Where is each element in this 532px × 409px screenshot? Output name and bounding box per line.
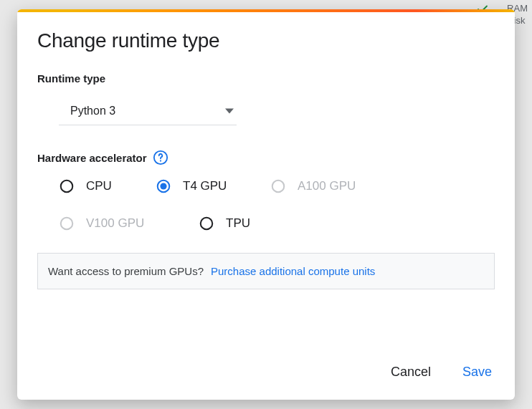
radio-v100-gpu: V100 GPU [59, 216, 199, 231]
radio-t4-gpu[interactable]: T4 GPU [156, 178, 270, 194]
radio-cpu[interactable]: CPU [59, 178, 156, 194]
radio-label: TPU [226, 216, 250, 231]
radio-tpu[interactable]: TPU [199, 216, 299, 231]
purchase-compute-link[interactable]: Purchase additional compute units [211, 265, 375, 277]
radio-label: A100 GPU [298, 179, 356, 193]
radio-checked-icon [156, 178, 171, 194]
dialog-title: Change runtime type [37, 29, 495, 52]
hardware-accelerator-label: Hardware accelerator [37, 150, 495, 165]
hardware-accelerator-label-text: Hardware accelerator [37, 152, 147, 164]
save-button[interactable]: Save [460, 360, 495, 384]
radio-a100-gpu: A100 GPU [270, 178, 392, 194]
chevron-down-icon [225, 107, 234, 115]
radio-label: V100 GPU [86, 216, 144, 231]
svg-point-1 [159, 160, 161, 161]
runtime-type-selected-value: Python 3 [70, 105, 115, 117]
runtime-type-dialog: Change runtime type Runtime type Python … [17, 9, 515, 400]
help-icon[interactable] [153, 150, 168, 165]
svg-point-4 [160, 183, 166, 189]
runtime-type-label: Runtime type [37, 72, 495, 85]
svg-point-6 [61, 218, 73, 230]
promo-text: Want access to premium GPUs? [48, 265, 204, 277]
svg-point-7 [201, 218, 213, 230]
radio-unchecked-icon [59, 178, 75, 194]
cancel-button[interactable]: Cancel [388, 360, 434, 384]
radio-label: CPU [86, 179, 112, 193]
radio-disabled-icon [59, 216, 75, 231]
svg-point-2 [61, 181, 73, 193]
runtime-type-select[interactable]: Python 3 [59, 97, 237, 125]
accelerator-radio-group: CPU T4 GPU A100 GPU V100 GPU [59, 178, 495, 231]
dialog-footer: Cancel Save [17, 349, 515, 400]
radio-unchecked-icon [199, 216, 214, 231]
radio-disabled-icon [270, 178, 286, 194]
dialog-content: Change runtime type Runtime type Python … [17, 12, 515, 349]
svg-point-5 [272, 181, 285, 193]
premium-gpu-promo: Want access to premium GPUs? Purchase ad… [37, 253, 495, 289]
radio-label: T4 GPU [183, 179, 227, 193]
